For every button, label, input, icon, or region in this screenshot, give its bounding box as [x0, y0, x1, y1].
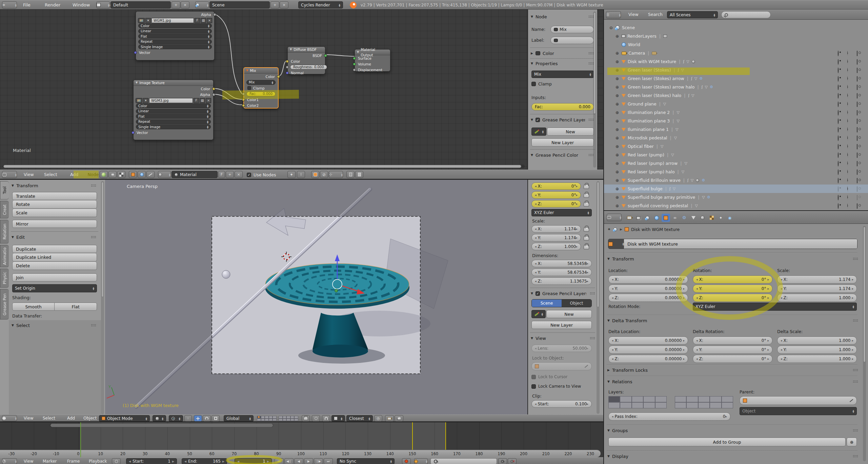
layer-cell[interactable] — [294, 419, 298, 421]
outliner-row[interactable]: ⊕Superfluid bulge|ʃ▽ — [604, 185, 868, 193]
layer-cell[interactable] — [269, 416, 273, 419]
delete-button[interactable]: Delete — [12, 262, 97, 270]
screen-layout-field[interactable]: Default — [110, 1, 171, 8]
menu-select[interactable]: Select — [41, 170, 61, 179]
open-image-button[interactable]: ▤ — [200, 98, 205, 103]
selectability-cursor-icon[interactable] — [847, 110, 853, 114]
outliner-row[interactable]: ⊕Green laser (Stokes) arrow|ʃ▽⚙ — [604, 74, 868, 83]
color1-socket[interactable] — [242, 98, 245, 101]
outliner-item-label[interactable]: Green laser (Stokes) halo — [628, 93, 681, 98]
layer-cell[interactable] — [655, 396, 667, 402]
node-dropdown-linear[interactable]: Linear▲▼ — [138, 29, 212, 34]
field-rotation-x[interactable]: ◂X:0°▸ — [693, 275, 772, 284]
slot-object-icon[interactable] — [129, 171, 137, 178]
collapse-icon[interactable]: ▼ — [607, 429, 610, 432]
panel-header-select[interactable]: ▼Select — [12, 322, 96, 328]
pass-index-field[interactable]: ◂Pass Index:0▸ — [608, 412, 730, 421]
node-label-field[interactable] — [550, 37, 594, 44]
selectability-cursor-icon[interactable] — [847, 186, 853, 191]
panel-header-transform[interactable]: ▼Transform — [12, 182, 96, 189]
menu-view[interactable]: View — [20, 458, 37, 464]
current-frame-field[interactable]: ◂1▸ — [235, 458, 272, 464]
scale-button[interactable]: Scale — [12, 209, 97, 217]
roughness-socket[interactable] — [286, 65, 289, 69]
visibility-eye-icon[interactable] — [838, 153, 843, 157]
renderability-camera-icon[interactable] — [857, 93, 862, 97]
selectability-cursor-icon[interactable] — [847, 169, 853, 174]
node-dropdown-repeat[interactable]: Repeat▲▼ — [136, 119, 211, 124]
panel-header-edit[interactable]: ▼Edit — [12, 234, 96, 240]
outliner-row[interactable]: ⊕Ground plane|▽ — [604, 100, 868, 108]
tab-particles[interactable]: ✦ — [716, 214, 725, 222]
slot-world-icon[interactable] — [138, 171, 146, 178]
selectability-cursor-icon[interactable] — [847, 127, 853, 131]
collapse-icon[interactable]: ▼ — [531, 292, 533, 295]
snap-magnet-icon[interactable] — [322, 415, 330, 422]
layer-cell[interactable] — [675, 402, 686, 408]
outliner-item-label[interactable]: Ground plane — [628, 101, 657, 107]
expand-icon[interactable]: ⊕ — [615, 110, 620, 115]
fiber-end-sphere[interactable] — [222, 270, 230, 278]
field-deltarotation-z[interactable]: ◂Z:0°▸ — [693, 355, 772, 363]
panel-checkbox[interactable]: ✓ — [536, 291, 540, 296]
scale-z-field[interactable]: ◂Z:1.000▸ — [531, 243, 581, 250]
volume-socket[interactable] — [353, 62, 356, 65]
renderability-camera-icon[interactable] — [857, 51, 862, 55]
layer-cell[interactable] — [294, 416, 298, 419]
expand-icon[interactable]: ⊕ — [615, 59, 620, 64]
outliner-item-label[interactable]: Microdisk pedestal — [628, 135, 667, 140]
panel-header-display[interactable]: ▼Display — [607, 453, 858, 459]
proportional-edit-icon[interactable] — [312, 415, 320, 422]
editor-type-selector-node[interactable]: ▲▼ — [2, 171, 17, 178]
paste-nodes-icon[interactable] — [355, 171, 363, 178]
outliner-row[interactable]: ⊕Optical fiber|▽ — [604, 142, 868, 151]
image-datablock-field[interactable]: ▾WGM1.jpgF▤× — [138, 18, 212, 23]
selectability-cursor-icon[interactable] — [847, 76, 853, 80]
gp-new-layer-button[interactable]: New Layer — [531, 138, 594, 147]
visibility-eye-icon[interactable] — [838, 102, 843, 106]
menu-file[interactable]: File — [20, 0, 34, 9]
selectability-cursor-icon[interactable] — [847, 67, 853, 72]
panel-header-transform-locks[interactable]: ▶Transform Locks — [607, 367, 858, 373]
outliner-search-input[interactable] — [721, 11, 771, 18]
snap-target-dropdown[interactable]: ⊹▲▼ — [329, 171, 343, 178]
outliner-item-label[interactable]: Red laser (pump) — [628, 152, 664, 157]
field-location-y[interactable]: ◂Y:0.00000▸ — [608, 285, 688, 293]
outliner-item-label[interactable]: Superfluid bulge array primitive — [628, 195, 695, 200]
visibility-eye-icon[interactable] — [838, 187, 843, 191]
snap-element-dropdown[interactable]: ▲▼ — [331, 415, 345, 422]
gp-scene-button[interactable]: Scene — [532, 299, 562, 307]
menu-search[interactable]: Search — [645, 10, 666, 19]
expand-icon[interactable]: ⊕ — [615, 204, 620, 208]
toolshelf-scrollbar[interactable] — [101, 181, 104, 414]
snap-mode-dropdown[interactable]: Closest▲▼ — [346, 415, 373, 422]
node-dropdown-color[interactable]: Color▲▼ — [138, 23, 212, 28]
selectability-cursor-icon[interactable] — [847, 135, 853, 140]
expand-icon[interactable]: ⊕ — [615, 178, 620, 183]
outliner-item-label[interactable]: Ilumination plane 1 — [628, 127, 669, 132]
outliner-row[interactable]: ⊕Superfluid bulge array primitive|▽⚙ — [604, 193, 868, 201]
field-deltascale-x[interactable]: ◂X:1.000▸ — [777, 336, 857, 345]
expand-icon[interactable]: ⊕ — [615, 153, 620, 157]
selectability-cursor-icon[interactable] — [847, 84, 853, 89]
layer-cell[interactable] — [279, 416, 283, 419]
selectability-cursor-icon[interactable] — [847, 101, 853, 106]
gp-layer-selector[interactable]: ▲▼ — [531, 128, 546, 136]
fake-user-button[interactable]: F — [195, 18, 200, 23]
layer-cell[interactable] — [686, 396, 698, 402]
layer-cell[interactable] — [710, 402, 721, 408]
outliner-row[interactable]: ⊕Red laser (pump) arrow|▽ — [604, 159, 868, 168]
duplicate-linked-button[interactable]: Duplicate Linked — [12, 253, 97, 262]
end-frame-field[interactable]: ◂End:165▸ — [182, 458, 227, 464]
node-image-texture-1[interactable]: Alpha▾WGM1.jpgF▤×Color▲▼Linear▲▼Flat▲▼Re… — [136, 11, 215, 60]
field-deltalocation-y[interactable]: ◂Y:0.00000▸ — [608, 346, 688, 354]
layout-add-button[interactable]: + — [171, 1, 180, 8]
shade-flat-button[interactable]: Flat — [55, 303, 97, 311]
start-frame-field[interactable]: ◂Start:1▸ — [126, 458, 177, 464]
tab-world[interactable] — [652, 214, 661, 222]
bsdf-socket[interactable] — [324, 54, 327, 57]
lock-icon[interactable] — [583, 200, 590, 207]
layers-grid-1[interactable] — [608, 396, 667, 408]
editor-type-selector-timeline[interactable]: ▲▼ — [2, 458, 17, 464]
toolshelf-tab-animatio[interactable]: Animatio — [0, 245, 9, 267]
